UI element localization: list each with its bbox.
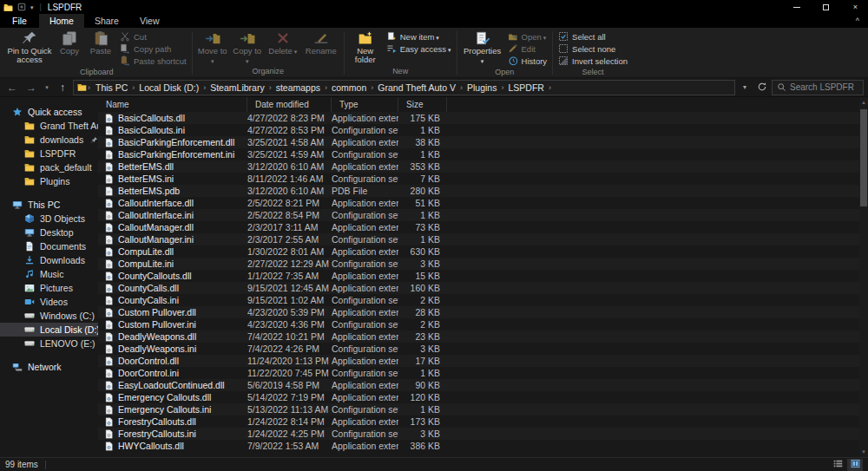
file-row[interactable]: BasicParkingEnforcement.dll3/25/2021 4:5… xyxy=(98,136,859,148)
paste-button[interactable]: Paste xyxy=(84,29,117,56)
close-button[interactable]: × xyxy=(843,0,868,14)
column-header-type[interactable]: Type xyxy=(332,97,398,112)
invert-selection-button[interactable]: Invert selection xyxy=(556,56,630,67)
history-button[interactable]: History xyxy=(505,56,550,67)
file-row[interactable]: EasyLoadoutContinued.dll5/6/2019 4:58 PM… xyxy=(98,379,859,391)
file-row[interactable]: DoorControl.dll11/24/2020 1:13 PMApplica… xyxy=(98,355,859,367)
sidebar-item-documents[interactable]: Documents xyxy=(0,239,98,253)
move-to-button[interactable]: Move to xyxy=(195,29,230,66)
thumbnail-view-button[interactable] xyxy=(847,459,863,471)
select-all-button[interactable]: Select all xyxy=(556,31,630,43)
file-row[interactable]: DeadlyWeapons.ini7/4/2022 4:26 PMConfigu… xyxy=(98,343,859,355)
new-folder-button[interactable]: New folder xyxy=(347,29,384,64)
search-input[interactable]: Search LSPDFR xyxy=(772,80,864,95)
paste-shortcut-button[interactable]: Paste shortcut xyxy=(117,56,189,67)
breadcrumb-segment-steamapps[interactable]: steamapps xyxy=(272,82,325,93)
collapse-ribbon-icon[interactable]: ^ xyxy=(847,14,868,28)
copy-button[interactable]: Copy xyxy=(55,29,84,56)
edit-button[interactable]: Edit xyxy=(505,43,550,55)
scroll-down-icon[interactable]: ▼ xyxy=(859,447,868,457)
scroll-up-icon[interactable]: ▲ xyxy=(859,97,868,108)
delete-button[interactable]: Delete xyxy=(265,29,301,56)
forward-button[interactable]: → xyxy=(23,79,40,96)
file-row[interactable]: CalloutInterface.dll2/5/2022 8:21 PMAppl… xyxy=(98,197,859,209)
file-row[interactable]: CountyCalls.ini9/15/2021 1:02 AMConfigur… xyxy=(98,294,859,306)
sidebar-item-windows-c[interactable]: Windows (C:) xyxy=(0,309,98,323)
tab-home[interactable]: Home xyxy=(39,14,84,28)
refresh-button[interactable] xyxy=(754,79,770,96)
up-button[interactable]: ↑ xyxy=(54,79,71,96)
sidebar-item-plugins[interactable]: Plugins xyxy=(0,174,98,188)
breadcrumb-segment-this-pc[interactable]: This PC xyxy=(91,82,132,93)
file-row[interactable]: BasicCallouts.dll4/27/2022 8:23 PMApplic… xyxy=(98,112,859,124)
sidebar-section-header-quick-access[interactable]: Quick access xyxy=(0,104,98,119)
file-row[interactable]: CalloutManager.dll2/3/2017 3:11 AMApplic… xyxy=(98,221,859,233)
breadcrumb-segment-plugins[interactable]: Plugins xyxy=(463,82,501,93)
sidebar-item-lenovo-e[interactable]: LENOVO (E:) xyxy=(0,337,98,350)
file-row[interactable]: BetterEMS.ini8/11/2022 1:46 AMConfigurat… xyxy=(98,173,859,185)
file-row[interactable]: CalloutManager.ini2/3/2017 2:55 AMConfig… xyxy=(98,233,859,245)
file-row[interactable]: BasicCallouts.ini4/27/2022 8:53 PMConfig… xyxy=(98,124,859,136)
sidebar-section-header-this-pc[interactable]: This PC xyxy=(0,197,98,212)
address-dropdown-caret-icon[interactable]: ▾ xyxy=(737,79,753,96)
sidebar-item-music[interactable]: Music xyxy=(0,267,98,281)
sidebar-item-grand-theft-auto-v[interactable]: Grand Theft Auto V xyxy=(0,119,98,133)
file-row[interactable]: CalloutInterface.ini2/5/2022 8:54 PMConf… xyxy=(98,209,859,221)
breadcrumb-segment-steamlibrary[interactable]: SteamLibrary xyxy=(206,82,268,93)
rename-button[interactable]: Rename xyxy=(301,29,341,56)
file-row[interactable]: DeadlyWeapons.dll7/4/2022 10:21 PMApplic… xyxy=(98,330,859,343)
sidebar-item-local-disk-d[interactable]: Local Disk (D:) xyxy=(0,323,98,337)
tab-view[interactable]: View xyxy=(129,14,170,28)
sidebar-item-desktop[interactable]: Desktop xyxy=(0,226,98,239)
select-none-button[interactable]: Select none xyxy=(556,43,630,55)
sidebar-item-videos[interactable]: Videos xyxy=(0,295,98,309)
new-item-button[interactable]: New item xyxy=(384,31,454,43)
file-row[interactable]: Custom Pullover.dll4/23/2020 5:39 PMAppl… xyxy=(98,306,859,318)
copy-to-button[interactable]: Copy to xyxy=(230,29,265,66)
open-button[interactable]: Open xyxy=(505,31,550,43)
file-row[interactable]: Emergency Callouts.dll5/14/2022 7:19 PMA… xyxy=(98,391,859,403)
tab-share[interactable]: Share xyxy=(84,14,129,28)
sidebar-item-3d-objects[interactable]: 3D Objects xyxy=(0,212,98,226)
sidebar-item-pack-default[interactable]: pack_default xyxy=(0,160,98,174)
breadcrumb-segment-grand-theft-auto-v[interactable]: Grand Theft Auto V xyxy=(373,82,460,93)
recent-locations-caret-icon[interactable]: ▾ xyxy=(42,79,52,96)
properties-button[interactable]: Properties xyxy=(460,29,505,66)
file-row[interactable]: CountyCalls.dll9/15/2021 12:45 AMApplica… xyxy=(98,282,859,294)
file-row[interactable]: CompuLite.ini2/27/2022 12:29 AMConfigura… xyxy=(98,258,859,270)
column-header-date-modified[interactable]: Date modified xyxy=(247,97,332,112)
file-row[interactable]: Custom Pullover.ini4/23/2020 4:36 PMConf… xyxy=(98,318,859,330)
vertical-scrollbar[interactable]: ▲ ▼ xyxy=(859,97,868,457)
file-row[interactable]: CompuLite.dll1/30/2022 8:01 AMApplicatio… xyxy=(98,245,859,258)
file-row[interactable]: BetterEMS.dll3/12/2020 6:10 AMApplicatio… xyxy=(98,160,859,173)
details-view-button[interactable] xyxy=(830,459,845,471)
copy-path-button[interactable]: Copy path xyxy=(117,43,189,55)
file-row[interactable]: CountyCallouts.dll1/1/2022 7:35 AMApplic… xyxy=(98,270,859,282)
quick-access-toolbar-icon[interactable] xyxy=(17,3,26,11)
qat-customize-caret-icon[interactable]: ▾ xyxy=(30,4,34,10)
breadcrumb-segment-local-disk-d[interactable]: Local Disk (D:) xyxy=(135,82,203,93)
file-row[interactable]: Emergency Callouts.ini5/13/2022 11:13 AM… xyxy=(98,403,859,415)
address-box[interactable]: › This PC›Local Disk (D:)›SteamLibrary›s… xyxy=(73,80,735,95)
cut-button[interactable]: Cut xyxy=(117,31,189,43)
column-header-size[interactable]: Size xyxy=(398,97,447,112)
scrollbar-thumb[interactable] xyxy=(860,109,867,206)
file-row[interactable]: BasicParkingEnforcement.ini3/25/2021 4:5… xyxy=(98,148,859,160)
sidebar-section-header-network[interactable]: Network xyxy=(0,359,98,374)
breadcrumb-segment-common[interactable]: common xyxy=(327,82,371,93)
column-header-name[interactable]: Name xyxy=(98,97,247,112)
file-row[interactable]: BetterEMS.pdb3/12/2020 6:10 AMPDB File28… xyxy=(98,185,859,197)
sidebar-item-downloads[interactable]: downloads xyxy=(0,133,98,147)
easy-access-button[interactable]: Easy access xyxy=(384,43,454,55)
pin-to-quick-access-button[interactable]: Pin to Quick access xyxy=(4,29,55,64)
sidebar-item-downloads[interactable]: Downloads xyxy=(0,253,98,267)
file-row[interactable]: HWYCallouts.dll7/9/2022 1:53 AMApplicati… xyxy=(98,440,859,452)
breadcrumb-segment-lspdfr[interactable]: LSPDFR xyxy=(503,82,548,93)
maximize-button[interactable] xyxy=(813,0,838,14)
file-row[interactable]: DoorControl.ini11/22/2020 7:45 PMConfigu… xyxy=(98,367,859,379)
tab-file[interactable]: File xyxy=(0,14,39,28)
sidebar-item-pictures[interactable]: Pictures xyxy=(0,281,98,295)
scrollbar-track[interactable] xyxy=(859,108,868,447)
back-button[interactable]: ← xyxy=(3,79,21,96)
sidebar-item-lspdfr[interactable]: LSPDFR xyxy=(0,147,98,160)
